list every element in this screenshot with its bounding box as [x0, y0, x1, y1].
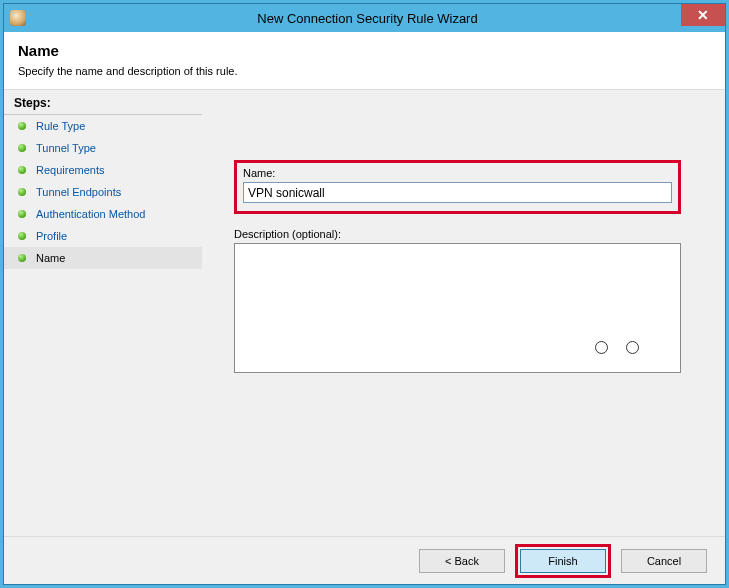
finish-button[interactable]: Finish	[520, 549, 606, 573]
close-icon: ✕	[697, 7, 709, 23]
step-authentication-method[interactable]: Authentication Method	[4, 203, 202, 225]
description-label: Description (optional):	[234, 228, 681, 240]
step-rule-type[interactable]: Rule Type	[4, 115, 202, 137]
step-bullet-icon	[18, 144, 26, 152]
step-label: Profile	[36, 230, 67, 242]
wizard-body: Steps: Rule Type Tunnel Type Requirement…	[4, 90, 725, 536]
step-profile[interactable]: Profile	[4, 225, 202, 247]
window-title: New Connection Security Rule Wizard	[10, 11, 725, 26]
wizard-footer: < Back Finish Cancel	[4, 536, 725, 584]
step-name[interactable]: Name	[4, 247, 202, 269]
wizard-window: New Connection Security Rule Wizard ✕ Na…	[3, 3, 726, 585]
back-button[interactable]: < Back	[419, 549, 505, 573]
step-bullet-icon	[18, 232, 26, 240]
steps-heading: Steps:	[4, 90, 202, 115]
step-label: Rule Type	[36, 120, 85, 132]
description-textarea[interactable]	[234, 243, 681, 373]
cancel-button[interactable]: Cancel	[621, 549, 707, 573]
name-input[interactable]	[243, 182, 672, 203]
step-tunnel-type[interactable]: Tunnel Type	[4, 137, 202, 159]
step-bullet-icon	[18, 166, 26, 174]
step-label: Tunnel Endpoints	[36, 186, 121, 198]
step-bullet-icon	[18, 188, 26, 196]
step-bullet-icon	[18, 254, 26, 262]
close-button[interactable]: ✕	[681, 4, 725, 26]
titlebar[interactable]: New Connection Security Rule Wizard ✕	[4, 4, 725, 32]
name-field-highlight: Name:	[234, 160, 681, 214]
description-block: Description (optional):	[234, 228, 681, 376]
step-label: Authentication Method	[36, 208, 145, 220]
step-label: Name	[36, 252, 65, 264]
page-subtitle: Specify the name and description of this…	[18, 65, 711, 77]
step-bullet-icon	[18, 210, 26, 218]
step-label: Requirements	[36, 164, 104, 176]
finish-button-highlight: Finish	[515, 544, 611, 578]
steps-sidebar: Steps: Rule Type Tunnel Type Requirement…	[4, 90, 202, 536]
wizard-header: Name Specify the name and description of…	[4, 32, 725, 90]
form-area: Name: Description (optional):	[234, 160, 681, 376]
step-requirements[interactable]: Requirements	[4, 159, 202, 181]
step-tunnel-endpoints[interactable]: Tunnel Endpoints	[4, 181, 202, 203]
step-label: Tunnel Type	[36, 142, 96, 154]
step-bullet-icon	[18, 122, 26, 130]
content-pane: Name: Description (optional):	[202, 90, 725, 536]
page-title: Name	[18, 42, 711, 59]
name-label: Name:	[243, 167, 672, 179]
